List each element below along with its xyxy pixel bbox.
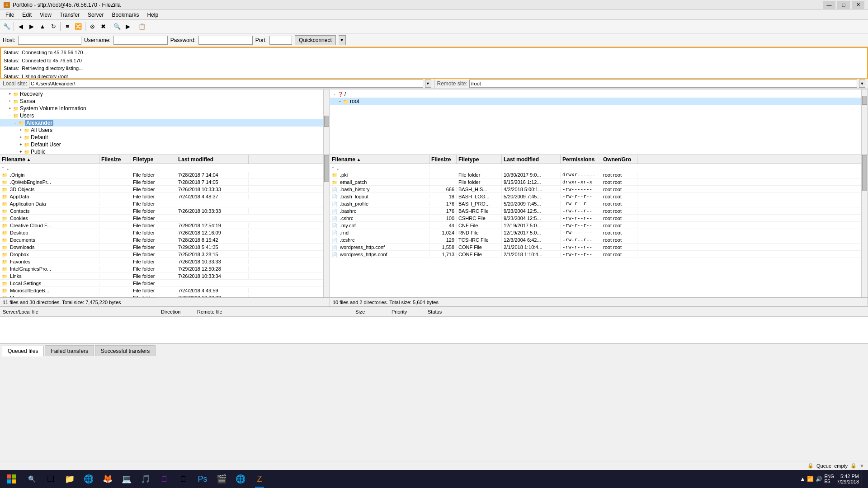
remote-site-path[interactable]: /root <box>469 80 857 88</box>
toolbar-log[interactable]: 📋 <box>137 22 147 32</box>
local-file-row[interactable]: 📁 Downloads File folder 7/29/2018 5:41:3… <box>0 244 323 251</box>
menu-transfer[interactable]: Transfer <box>56 11 83 19</box>
local-header-filename[interactable]: Filename ▲ <box>0 155 99 164</box>
local-file-row[interactable]: 📁 Links File folder 7/26/2018 10:33:34 <box>0 272 323 280</box>
taskbar-app-filezilla[interactable]: Z <box>250 470 269 488</box>
tree-item-users[interactable]: - 📁 Users <box>0 112 323 119</box>
remote-file-scroll-thumb[interactable] <box>862 155 867 191</box>
local-file-row[interactable]: 📁 Contacts File folder 7/26/2018 10:33:3… <box>0 207 323 215</box>
local-file-row[interactable]: ↑ .. <box>0 164 323 171</box>
local-file-row[interactable]: 📁 .QtWebEnginePr... File folder 7/28/201… <box>0 178 323 186</box>
remote-file-row[interactable]: 📄 wordpress_http.conf 1,558 CONF File 2/… <box>330 244 861 251</box>
tree-item-root[interactable]: - 📁 root <box>330 98 861 105</box>
taskbar-app-edge[interactable]: 🌐 <box>80 470 98 488</box>
menu-bookmarks[interactable]: Bookmarks <box>108 11 142 19</box>
local-header-lastmodified[interactable]: Last modified <box>176 155 249 164</box>
toolbar-refresh[interactable]: ↻ <box>48 22 58 32</box>
remote-file-row[interactable]: 📄 .rnd 1,024 RND File 12/19/2017 5:0... … <box>330 229 861 236</box>
toolbar-back[interactable]: ◀ <box>16 22 26 32</box>
tree-item-public[interactable]: + 📁 Public <box>0 148 323 155</box>
local-header-filesize[interactable]: Filesize <box>99 155 131 164</box>
toolbar-disconnect[interactable]: ✖ <box>98 22 108 32</box>
local-file-row[interactable]: 📁 Music File folder 7/26/2018 10:33:33 <box>0 294 323 297</box>
local-file-row[interactable]: 📁 Desktop File folder 7/26/2018 12:16:09 <box>0 229 323 236</box>
local-file-row[interactable]: 📁 IntelGraphicsPro... File folder 7/29/2… <box>0 265 323 272</box>
tree-expand-public[interactable]: + <box>18 149 24 155</box>
remote-tree-vscroll[interactable] <box>861 89 868 155</box>
tree-item-default[interactable]: + 📁 Default <box>0 134 323 141</box>
menu-file[interactable]: File <box>2 11 18 19</box>
taskbar-app-spotify[interactable]: 🎵 <box>137 470 155 488</box>
local-file-vscroll[interactable] <box>323 155 330 297</box>
taskbar-app-ie[interactable]: 🌐 <box>231 470 250 488</box>
local-tree-scroll-thumb[interactable] <box>324 116 329 127</box>
tree-item-sansa[interactable]: + 📁 Sansa <box>0 98 323 105</box>
tree-item-alexander[interactable]: - 📁 Alexander <box>0 119 323 127</box>
start-button[interactable] <box>0 470 24 488</box>
taskbar-time[interactable]: 5:42 PM 7/29/2018 <box>837 474 859 484</box>
host-input[interactable] <box>18 36 81 45</box>
menu-edit[interactable]: Edit <box>19 11 35 19</box>
remote-file-row[interactable]: 📄 .cshrc 100 CSHRC File 9/23/2004 12:5..… <box>330 215 861 222</box>
tree-expand-recovery[interactable]: + <box>7 91 13 97</box>
tree-expand-users[interactable]: - <box>7 113 13 118</box>
tree-item-root-slash[interactable]: - ❓ / <box>330 90 861 98</box>
local-file-row[interactable]: 📁 Local Settings File folder <box>0 280 323 287</box>
taskbar-app-task-view[interactable]: ❑ <box>42 470 60 488</box>
local-tree-vscroll[interactable] <box>323 89 330 155</box>
local-site-arrow[interactable]: ▼ <box>425 80 431 88</box>
remote-file-row[interactable]: 📁 .pki File folder 10/30/2017 9:0... drw… <box>330 171 861 178</box>
taskbar-app-vlc[interactable]: 🎬 <box>212 470 231 488</box>
tree-expand-defaultuser[interactable]: + <box>18 142 24 147</box>
remote-file-row[interactable]: 📄 .bash_logout 18 BASH_LOG... 5/20/2009 … <box>330 193 861 200</box>
quickconnect-dropdown[interactable]: ▼ <box>339 35 346 45</box>
toolbar-filter[interactable]: ≡ <box>62 22 72 32</box>
remote-file-vscroll[interactable] <box>861 155 868 297</box>
remote-header-permissions[interactable]: Permissions <box>561 155 601 164</box>
local-file-row[interactable]: 📁 Cookies File folder <box>0 215 323 222</box>
local-file-row[interactable]: 📁 Favorites File folder 7/26/2018 10:33:… <box>0 258 323 265</box>
tree-item-allusers[interactable]: + 📁 All Users <box>0 127 323 134</box>
local-file-row[interactable]: 📁 3D Objects File folder 7/26/2018 10:33… <box>0 186 323 193</box>
local-file-row[interactable]: 📁 Dropbox File folder 7/25/2018 3:28:15 <box>0 251 323 258</box>
show-desktop[interactable] <box>862 470 864 488</box>
tree-expand-default[interactable]: + <box>18 135 24 140</box>
maximize-button[interactable]: □ <box>837 1 850 9</box>
taskbar-app-onenote[interactable]: 🗒 <box>156 470 174 488</box>
local-file-row[interactable]: 📁 AppData File folder 7/24/2018 4:48:37 <box>0 193 323 200</box>
tab-failed-transfers[interactable]: Failed transfers <box>45 345 94 356</box>
local-header-filetype[interactable]: Filetype <box>131 155 176 164</box>
menu-help[interactable]: Help <box>143 11 162 19</box>
tree-item-recovery[interactable]: + 📁 Recovery <box>0 90 323 98</box>
tree-expand-sansa[interactable]: + <box>7 99 13 104</box>
tray-ime[interactable]: ENGES <box>824 474 834 484</box>
tree-expand-alexander[interactable]: - <box>13 120 18 126</box>
remote-site-arrow[interactable]: ▼ <box>859 80 865 88</box>
quickconnect-button[interactable]: Quickconnect <box>295 35 336 45</box>
remote-tree-scroll-thumb[interactable] <box>862 96 867 105</box>
remote-header-filesize[interactable]: Filesize <box>429 155 457 164</box>
remote-header-filetype[interactable]: Filetype <box>457 155 502 164</box>
tree-expand-svi[interactable]: + <box>7 106 13 111</box>
password-input[interactable] <box>198 36 253 45</box>
local-file-row[interactable]: 📁 Creative Cloud F... File folder 7/29/2… <box>0 222 323 229</box>
toolbar-new-site[interactable]: 🔧 <box>2 22 12 32</box>
tree-item-sysvolinfo[interactable]: + 📁 System Volume Information <box>0 105 323 112</box>
taskbar-app-photoshop[interactable]: Ps <box>193 470 212 488</box>
tray-network[interactable]: 📶 <box>807 476 814 482</box>
taskbar-app-explorer[interactable]: 📁 <box>61 470 79 488</box>
remote-header-owner[interactable]: Owner/Gro <box>601 155 637 164</box>
remote-file-row[interactable]: 📁 email_patch File folder 9/15/2016 1:12… <box>330 178 861 186</box>
toolbar-search[interactable]: 🔍 <box>112 22 122 32</box>
tree-item-defaultuser[interactable]: + 📁 Default User <box>0 141 323 148</box>
tray-arrow[interactable]: ▲ <box>800 476 806 482</box>
toolbar-process[interactable]: ▶ <box>123 22 133 32</box>
tab-successful-transfers[interactable]: Successful transfers <box>95 345 156 356</box>
local-file-row[interactable]: 📁 .Origin File folder 7/28/2018 7:14:04 <box>0 171 323 178</box>
remote-file-row[interactable]: 📄 wordpress_https.conf 1,713 CONF File 2… <box>330 251 861 258</box>
minimize-button[interactable]: — <box>823 1 835 9</box>
remote-file-row[interactable]: ↑ .. <box>330 164 861 171</box>
taskbar-app-heidisql[interactable]: 🗒 <box>175 470 193 488</box>
username-input[interactable] <box>113 36 168 45</box>
menu-server[interactable]: Server <box>84 11 107 19</box>
